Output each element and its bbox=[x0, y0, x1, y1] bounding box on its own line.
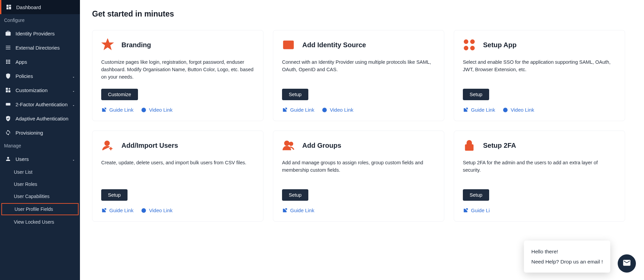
page-title: Get started in minutes bbox=[92, 9, 625, 19]
lock-icon bbox=[463, 139, 476, 152]
sidebar-item-identity-providers[interactable]: Identity Providers bbox=[0, 26, 80, 40]
sidebar-subitem-user-profile-fields[interactable]: User Profile Fields bbox=[1, 203, 79, 215]
link-label: Guide Link bbox=[290, 207, 314, 213]
apps-icon bbox=[5, 58, 11, 65]
sidebar-label: Dashboard bbox=[16, 4, 41, 10]
guide-link[interactable]: Guide Link bbox=[282, 107, 314, 113]
sidebar-subitem-view-locked-users[interactable]: View Locked Users bbox=[0, 216, 80, 228]
link-label: Guide Link bbox=[109, 207, 134, 213]
link-label: Guide Li bbox=[471, 207, 490, 213]
card-title: Add Identity Source bbox=[302, 41, 366, 49]
sidebar-item-policies[interactable]: Policies bbox=[0, 69, 80, 83]
sidebar-item-apps[interactable]: Apps bbox=[0, 55, 80, 69]
guide-link[interactable]: Guide Link bbox=[101, 107, 134, 113]
setup-button[interactable]: Setup bbox=[463, 89, 489, 100]
sidebar-label: 2-Factor Authentication bbox=[16, 102, 67, 107]
sidebar-label: Adaptive Authentication bbox=[16, 116, 68, 121]
sidebar-item-adaptive-auth[interactable]: Adaptive Authentication bbox=[0, 111, 80, 125]
sidebar-item-customization[interactable]: Customization bbox=[0, 83, 80, 97]
svg-point-13 bbox=[289, 142, 293, 146]
svg-point-12 bbox=[285, 141, 289, 145]
card-title: Add Groups bbox=[302, 142, 341, 149]
card-desc: Customize pages like login, registration… bbox=[101, 59, 254, 81]
chat-fab-button[interactable] bbox=[618, 254, 636, 273]
list-icon bbox=[5, 44, 11, 51]
card-setup-app: Setup App Select and enable SSO for the … bbox=[454, 30, 625, 121]
widgets-icon bbox=[5, 87, 11, 93]
link-label: Video Link bbox=[330, 107, 354, 113]
setup-button[interactable]: Setup bbox=[101, 189, 128, 201]
shield-icon bbox=[5, 73, 11, 79]
card-desc: Setup 2FA for the admin and the users to… bbox=[463, 159, 616, 182]
card-branding: Branding Customize pages like login, reg… bbox=[92, 30, 263, 121]
sidebar-item-external-directories[interactable]: External Directories bbox=[0, 40, 80, 55]
guide-link[interactable]: Guide Link bbox=[282, 207, 314, 213]
chat-line: Hello there! bbox=[531, 247, 603, 256]
sidebar-label: Users bbox=[16, 156, 29, 162]
main-content: Get started in minutes Branding Customiz… bbox=[80, 0, 644, 280]
chevron-down-icon bbox=[72, 74, 75, 78]
sidebar-label: Apps bbox=[16, 59, 27, 65]
sidebar-label: External Directories bbox=[16, 45, 60, 51]
link-label: Video Link bbox=[511, 107, 534, 113]
mail-icon bbox=[622, 258, 631, 269]
video-link[interactable]: Video Link bbox=[141, 207, 173, 213]
svg-point-7 bbox=[465, 47, 468, 50]
chat-line: Need Help? Drop us an email ! bbox=[531, 257, 603, 267]
card-grid: Branding Customize pages like login, reg… bbox=[92, 30, 625, 222]
card-title: Add/Import Users bbox=[121, 142, 178, 149]
sidebar-item-users[interactable]: Users bbox=[0, 152, 80, 166]
sidebar-label: Customization bbox=[16, 87, 48, 93]
customize-button[interactable]: Customize bbox=[101, 89, 138, 100]
sidebar-label: Policies bbox=[16, 73, 33, 79]
shield-check-icon bbox=[5, 115, 11, 122]
setup-button[interactable]: Setup bbox=[282, 89, 308, 100]
video-link[interactable]: Video Link bbox=[322, 107, 354, 113]
guide-link[interactable]: Guide Li bbox=[463, 207, 490, 213]
chevron-down-icon bbox=[72, 103, 75, 106]
numbers-icon bbox=[5, 101, 11, 108]
setup-button[interactable]: Setup bbox=[463, 189, 489, 201]
sidebar-item-dashboard[interactable]: Dashboard bbox=[0, 0, 80, 14]
svg-point-8 bbox=[471, 47, 474, 50]
star-icon bbox=[101, 38, 114, 51]
sidebar-subitem-user-capabilities[interactable]: User Capabilities bbox=[0, 190, 80, 202]
link-label: Video Link bbox=[149, 107, 173, 113]
sidebar-label: Provisioning bbox=[16, 130, 43, 136]
svg-point-10 bbox=[105, 141, 109, 145]
chevron-down-icon bbox=[72, 157, 75, 161]
svg-point-5 bbox=[465, 40, 468, 44]
sidebar-item-2fa[interactable]: 2-Factor Authentication bbox=[0, 97, 80, 111]
grid-icon bbox=[463, 38, 476, 51]
users-group-icon bbox=[282, 139, 295, 152]
card-title: Branding bbox=[121, 41, 151, 49]
chat-popup: Hello there! Need Help? Drop us an email… bbox=[524, 241, 610, 273]
link-label: Guide Link bbox=[109, 107, 134, 113]
chevron-down-icon bbox=[72, 88, 75, 92]
sidebar: Dashboard Configure Identity Providers E… bbox=[0, 0, 80, 280]
video-link[interactable]: Video Link bbox=[503, 107, 534, 113]
card-add-identity-source: Add Identity Source Connect with an Iden… bbox=[273, 30, 444, 121]
video-link[interactable]: Video Link bbox=[141, 107, 173, 113]
setup-button[interactable]: Setup bbox=[282, 189, 308, 201]
sidebar-subitem-user-roles[interactable]: User Roles bbox=[0, 178, 80, 190]
guide-link[interactable]: Guide Link bbox=[101, 207, 134, 213]
sidebar-item-provisioning[interactable]: Provisioning bbox=[0, 125, 80, 140]
card-desc: Add and manage groups to assign roles, g… bbox=[282, 159, 435, 182]
id-badge-icon bbox=[282, 38, 295, 51]
user-plus-icon bbox=[101, 139, 114, 152]
dashboard-icon bbox=[5, 4, 12, 10]
card-add-groups: Add Groups Add and manage groups to assi… bbox=[273, 131, 444, 222]
sidebar-subitem-user-list[interactable]: User List bbox=[0, 166, 80, 178]
svg-rect-0 bbox=[6, 103, 10, 106]
svg-point-6 bbox=[471, 40, 474, 44]
link-label: Guide Link bbox=[471, 107, 495, 113]
user-icon bbox=[5, 156, 11, 162]
sidebar-section-configure: Configure bbox=[0, 14, 80, 26]
card-desc: Select and enable SSO for the applicatio… bbox=[463, 59, 616, 81]
card-title: Setup 2FA bbox=[483, 142, 516, 149]
guide-link[interactable]: Guide Link bbox=[463, 107, 495, 113]
sidebar-section-manage: Manage bbox=[0, 140, 80, 152]
card-desc: Create, update, delete users, and import… bbox=[101, 159, 254, 182]
card-title: Setup App bbox=[483, 41, 516, 49]
